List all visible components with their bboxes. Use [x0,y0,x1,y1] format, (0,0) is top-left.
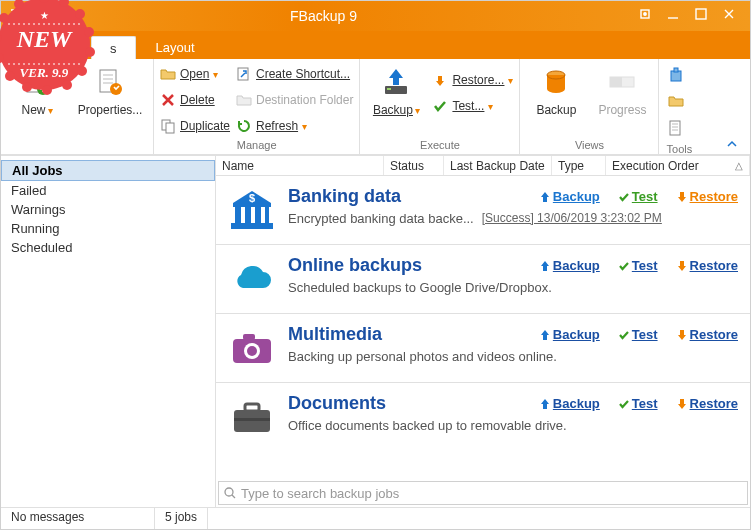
svg-text:$: $ [249,192,255,204]
job-restore-link[interactable]: Restore [676,396,738,411]
svg-rect-31 [234,418,270,421]
camera-icon [228,324,276,372]
sidebar-item-running[interactable]: Running [1,219,215,238]
search-icon [223,486,237,500]
job-row[interactable]: Multimedia Backup Test Restore Backing u… [216,314,750,383]
job-description: Backing up personal photos and videos on… [288,349,738,364]
job-row[interactable]: Documents Backup Test Restore Office doc… [216,383,750,451]
job-description: Scheduled backups to Google Drive/Dropbo… [288,280,738,295]
job-description: Office documents backed up to removable … [288,418,738,433]
job-description: Encrypted banking data backe... [288,211,474,226]
view-backup-button[interactable]: Backup [526,63,586,117]
sidebar-item-scheduled[interactable]: Scheduled [1,238,215,257]
job-restore-link[interactable]: Restore [676,327,738,342]
svg-rect-21 [255,207,261,223]
briefcase-icon [228,393,276,441]
tab-jobs[interactable]: s [91,36,136,60]
minimize-button[interactable] [666,7,680,25]
job-title: Banking data [288,186,521,207]
group-label-views: Views [526,139,652,153]
svg-point-43 [5,71,15,81]
group-label-tools: Tools [665,143,693,155]
svg-point-37 [84,27,94,37]
job-test-link[interactable]: Test [618,396,658,411]
tool-plugins-button[interactable] [665,65,687,87]
svg-rect-2 [696,9,706,19]
svg-point-36 [75,9,85,19]
cloud-icon [228,255,276,303]
job-backup-link[interactable]: Backup [539,396,600,411]
job-backup-link[interactable]: Backup [539,327,600,342]
status-job-count: 5 jobs [155,508,208,529]
job-restore-link[interactable]: Restore [676,189,738,204]
open-button[interactable]: Open ▾ [160,63,230,85]
svg-rect-18 [670,121,680,135]
svg-rect-22 [265,207,269,223]
job-backup-link[interactable]: Backup [539,189,600,204]
settings-button[interactable] [638,7,652,25]
delete-button[interactable]: Delete [160,89,230,111]
svg-rect-19 [235,207,241,223]
test-button[interactable]: Test... ▾ [432,95,513,117]
svg-point-42 [22,82,32,92]
status-bar: No messages 5 jobs [1,507,750,529]
ribbon-tabs: s Layout [1,31,750,59]
bank-icon: $ [228,186,276,234]
svg-point-1 [644,13,646,15]
svg-point-41 [42,85,52,95]
search-input[interactable]: Type to search backup jobs [218,481,748,505]
svg-rect-20 [245,207,251,223]
col-execution-order[interactable]: Execution Order△ [606,156,750,175]
job-test-link[interactable]: Test [618,327,658,342]
new-version-badge: NEW ★ VER. 9.9 [0,0,96,96]
svg-point-40 [62,80,72,90]
col-name[interactable]: Name [216,156,384,175]
svg-rect-15 [610,77,622,87]
tool-settings-button[interactable] [665,117,687,139]
column-headers: Name Status Last Backup Date Type Execut… [216,156,750,176]
close-button[interactable] [722,7,736,25]
col-type[interactable]: Type [552,156,606,175]
group-label-files [7,139,147,153]
view-progress-button[interactable]: Progress [592,63,652,117]
svg-rect-26 [243,334,255,340]
restore-button[interactable]: Restore... ▾ [432,69,513,91]
job-row[interactable]: $ Banking data Backup Test Restore Encry… [216,176,750,245]
destination-folder-button[interactable]: Destination Folder [236,89,353,111]
svg-rect-30 [245,404,259,411]
refresh-button[interactable]: Refresh ▾ [236,115,353,137]
svg-text:NEW: NEW [16,26,73,52]
ribbon-group-execute: Backup ▾ Restore... ▾ Test... ▾ Execute [360,59,520,154]
execute-backup-button[interactable]: Backup ▾ [366,63,426,117]
svg-rect-8 [166,123,174,133]
create-shortcut-button[interactable]: Create Shortcut... [236,63,353,85]
job-restore-link[interactable]: Restore [676,258,738,273]
job-backup-link[interactable]: Backup [539,258,600,273]
job-test-link[interactable]: Test [618,189,658,204]
ribbon-collapse-button[interactable] [726,136,738,148]
svg-point-28 [247,346,257,356]
col-last-backup[interactable]: Last Backup Date [444,156,552,175]
job-row[interactable]: Online backups Backup Test Restore Sched… [216,245,750,314]
tab-layout[interactable]: Layout [138,35,213,59]
window-title: FBackup 9 [23,8,624,24]
svg-rect-17 [674,68,678,72]
svg-text:★: ★ [40,10,49,21]
sidebar-item-failed[interactable]: Failed [1,181,215,200]
job-title: Online backups [288,255,521,276]
svg-point-39 [77,66,87,76]
sidebar-item-all-jobs[interactable]: All Jobs [1,160,215,181]
svg-rect-11 [387,88,391,90]
sidebar: All Jobs Failed Warnings Running Schedul… [1,156,216,507]
duplicate-button[interactable]: Duplicate [160,115,230,137]
svg-rect-23 [231,223,273,229]
status-messages: No messages [1,508,155,529]
search-placeholder: Type to search backup jobs [241,486,399,501]
job-test-link[interactable]: Test [618,258,658,273]
group-label-manage: Manage [160,139,353,153]
svg-point-32 [225,488,233,496]
maximize-button[interactable] [694,7,708,25]
tool-logs-button[interactable] [665,91,687,113]
col-status[interactable]: Status [384,156,444,175]
sidebar-item-warnings[interactable]: Warnings [1,200,215,219]
